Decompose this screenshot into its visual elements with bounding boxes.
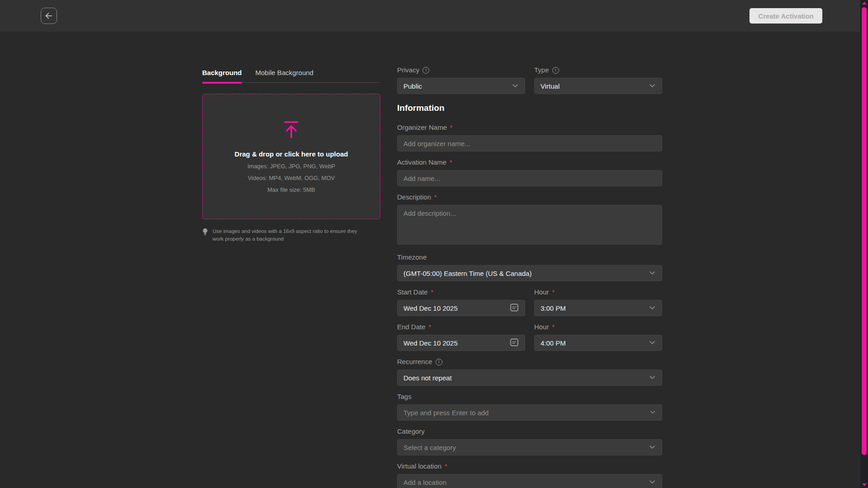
required-marker: * <box>552 323 555 331</box>
top-bar: Create Activation <box>0 0 868 32</box>
calendar-icon <box>510 338 519 348</box>
chevron-down-icon <box>649 374 656 382</box>
vertical-scrollbar[interactable] <box>860 0 868 488</box>
required-marker: * <box>434 193 436 201</box>
upload-title: Drag & drop or click here to upload <box>235 150 348 158</box>
virtual-location-label: Virtual location * <box>397 462 662 470</box>
background-tabs: Background Mobile Background <box>202 69 380 83</box>
information-section-title: Information <box>397 103 662 113</box>
timezone-select[interactable]: (GMT-05:00) Eastern Time (US & Canada) <box>397 265 662 281</box>
chevron-down-icon <box>649 443 656 452</box>
activation-name-input[interactable] <box>397 170 662 186</box>
info-icon[interactable]: i <box>422 67 429 74</box>
category-label: Category <box>397 427 662 436</box>
info-icon[interactable]: i <box>436 359 442 365</box>
description-label: Description * <box>397 193 662 201</box>
start-date-label: Start Date * <box>397 288 525 296</box>
calendar-icon <box>510 303 519 313</box>
upload-max-size: Max file size: 5MB <box>267 186 315 193</box>
tags-label: Tags <box>397 393 662 401</box>
upload-videos-formats: Videos: MP4, WebM, OGG, MOV <box>248 175 335 181</box>
chevron-down-icon <box>512 82 519 90</box>
upload-dropzone[interactable]: Drag & drop or click here to upload Imag… <box>202 94 380 219</box>
required-marker: * <box>431 288 433 296</box>
start-hour-select[interactable]: 3:00 PM <box>534 300 662 316</box>
type-label: Type i <box>534 66 662 74</box>
recurrence-select[interactable]: Does not repeat <box>397 370 662 386</box>
privacy-label: Privacy i <box>397 66 525 74</box>
chevron-down-icon <box>649 304 656 313</box>
type-select[interactable]: Virtual <box>534 78 662 94</box>
chevron-down-icon <box>649 339 656 347</box>
arrow-left-icon <box>44 11 53 20</box>
end-hour-label: Hour * <box>534 323 662 331</box>
required-marker: * <box>429 323 431 331</box>
scrollbar-up-arrow-icon[interactable] <box>862 2 867 5</box>
organizer-name-input[interactable] <box>397 135 662 152</box>
required-marker: * <box>450 123 452 132</box>
upload-images-formats: Images: JPEG, JPG, PNG, WebP <box>247 163 335 170</box>
tab-mobile-background[interactable]: Mobile Background <box>256 69 313 82</box>
activation-name-label: Activation Name * <box>397 158 662 166</box>
required-marker: * <box>552 288 555 296</box>
description-textarea[interactable] <box>397 205 662 245</box>
recurrence-label: Recurrence i <box>397 358 662 366</box>
tab-background[interactable]: Background <box>202 69 242 82</box>
required-marker: * <box>445 462 447 470</box>
back-button[interactable] <box>41 8 57 24</box>
info-icon[interactable]: i <box>552 67 559 74</box>
privacy-select[interactable]: Public <box>397 78 525 94</box>
virtual-location-select[interactable]: Add a location <box>397 474 662 488</box>
organizer-name-label: Organizer Name * <box>397 123 662 132</box>
start-date-picker[interactable]: Wed Dec 10 2025 <box>397 300 525 316</box>
tip-text: Use images and videos with a 16x9 aspect… <box>213 227 369 243</box>
chevron-down-icon <box>649 269 656 278</box>
aspect-ratio-tip: Use images and videos with a 16x9 aspect… <box>202 227 380 243</box>
required-marker: * <box>450 158 452 166</box>
end-date-label: End Date * <box>397 323 525 331</box>
scrollbar-thumb[interactable] <box>862 7 867 455</box>
timezone-label: Timezone <box>397 253 662 261</box>
chevron-down-icon <box>650 409 656 417</box>
scrollbar-down-arrow-icon[interactable] <box>862 483 867 486</box>
tags-input[interactable]: Type and press Enter to add <box>397 404 662 421</box>
lightbulb-icon <box>202 228 208 236</box>
upload-arrow-icon <box>282 120 300 139</box>
activation-form: Privacy i Public Type i Virtual <box>397 66 662 488</box>
start-hour-label: Hour * <box>534 288 662 296</box>
category-select[interactable]: Select a category <box>397 439 662 455</box>
chevron-down-icon <box>649 82 656 90</box>
create-activation-button[interactable]: Create Activation <box>749 8 822 24</box>
chevron-down-icon <box>649 478 656 487</box>
end-hour-select[interactable]: 4:00 PM <box>534 335 662 351</box>
end-date-picker[interactable]: Wed Dec 10 2025 <box>397 335 525 351</box>
